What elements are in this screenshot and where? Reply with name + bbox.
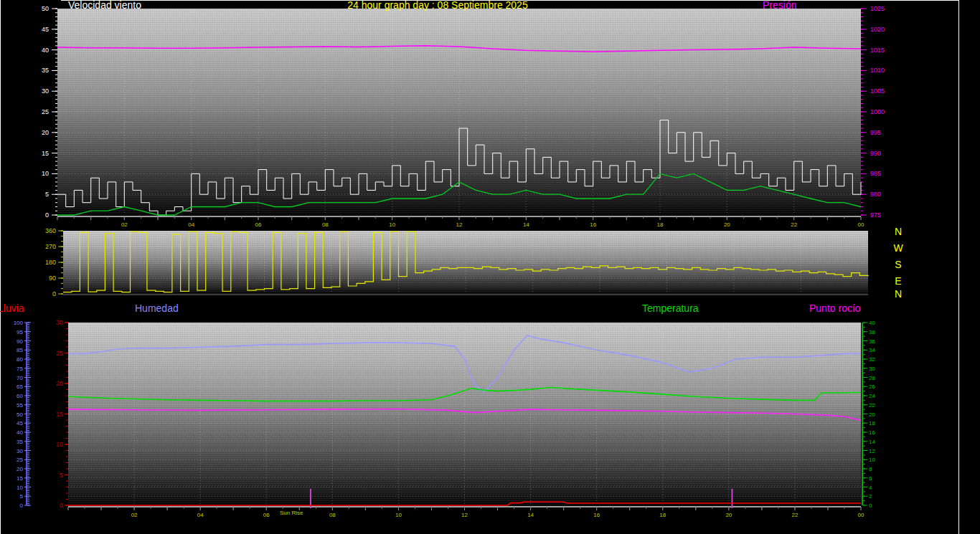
x-tick-label: 22 <box>791 221 797 228</box>
wind-direction-plot-area <box>63 231 868 294</box>
x-tick-label: 06 <box>255 221 262 228</box>
pressure-panel-title: Presión <box>763 0 796 10</box>
x-tick-label: 02 <box>121 221 128 228</box>
humidity-tick-label: 20 <box>17 466 23 472</box>
compass-label-s: S <box>892 259 905 270</box>
page-title: 24 hour graph day : 08 Septiembre 2025 <box>308 0 567 10</box>
x-tick-label: 02 <box>131 512 138 518</box>
y-tick-label: 360 <box>45 227 56 234</box>
window-border-left <box>0 0 1 534</box>
temp-humidity-plot-area <box>68 323 861 505</box>
temperature-tick-label: 4 <box>869 485 872 491</box>
y-tick-label: 270 <box>45 243 56 250</box>
y-tick-label: 25 <box>42 108 49 115</box>
compass-label-w: W <box>892 243 905 253</box>
temperature-tick-label: 2 <box>869 493 872 500</box>
temperature-tick-label: 10 <box>869 457 875 463</box>
x-tick-label: 12 <box>456 221 463 228</box>
temperature-panel-title: Temperatura <box>642 303 699 313</box>
wind-speed-plot-area <box>57 9 861 215</box>
sun-rise-label: Sun Rise <box>280 510 303 516</box>
y-tick-label: 0 <box>45 211 49 219</box>
humidity-tick-label: 40 <box>17 429 23 436</box>
y-tick-label: 1025 <box>870 5 885 12</box>
y-tick-label: 40 <box>42 47 49 54</box>
y-tick-label: 45 <box>42 26 49 33</box>
temperature-tick-label: 16 <box>869 429 875 436</box>
x-tick-label: 14 <box>527 512 534 518</box>
rain-tick-label: 25 <box>56 350 63 357</box>
rain-tick-label: 15 <box>56 411 63 418</box>
rain-tick-label: 5 <box>60 472 63 479</box>
x-tick-label: 16 <box>590 221 596 228</box>
temperature-tick-label: 26 <box>869 383 875 390</box>
x-tick-label: 04 <box>197 512 204 518</box>
humidity-tick-label: 25 <box>17 457 23 463</box>
x-tick-label: 08 <box>329 512 336 518</box>
x-tick-label: 06 <box>263 512 270 518</box>
y-tick-label: 985 <box>870 170 881 177</box>
humidity-tick-label: 30 <box>17 448 23 454</box>
temperature-tick-label: 18 <box>869 420 875 426</box>
x-tick-label: 10 <box>395 512 402 518</box>
temperature-tick-label: 28 <box>869 375 875 381</box>
humidity-panel-title: Humedad <box>135 303 179 313</box>
humidity-tick-label: 50 <box>17 411 23 418</box>
humidity-tick-label: 65 <box>17 383 23 390</box>
y-tick-label: 1000 <box>870 108 885 115</box>
x-tick-label: 04 <box>188 221 194 228</box>
x-tick-label: 18 <box>657 221 664 228</box>
y-tick-label: 990 <box>870 150 881 157</box>
window-border-right <box>958 0 959 534</box>
temperature-tick-label: 30 <box>869 366 875 372</box>
y-tick-label: 35 <box>42 67 49 74</box>
temperature-tick-label: 0 <box>869 502 872 509</box>
humidity-tick-label: 85 <box>17 347 23 353</box>
rain-panel-title: Lluvia <box>0 303 24 313</box>
y-tick-label: 30 <box>42 87 49 95</box>
rain-tick-label: 30 <box>56 319 63 326</box>
rain-tick-label: 10 <box>56 441 63 448</box>
x-tick-label: 22 <box>791 512 798 518</box>
humidity-tick-label: 75 <box>17 366 23 372</box>
humidity-tick-label: 100 <box>14 320 24 326</box>
y-tick-label: 980 <box>870 191 881 198</box>
compass-label-n360: N <box>892 227 905 237</box>
y-tick-label: 1010 <box>870 67 885 74</box>
x-tick-label: 08 <box>322 221 329 228</box>
temperature-tick-label: 14 <box>869 439 875 445</box>
y-tick-label: 50 <box>42 5 49 12</box>
humidity-tick-label: 70 <box>17 375 23 381</box>
y-tick-label: 15 <box>42 150 49 157</box>
compass-label-n0: N <box>892 289 905 299</box>
wind-speed-panel-title: Velocidad viento <box>68 0 141 10</box>
y-tick-label: 995 <box>870 129 881 136</box>
y-tick-label: 10 <box>42 170 49 177</box>
temperature-tick-label: 6 <box>869 475 872 482</box>
y-tick-label: 1015 <box>870 47 885 54</box>
y-tick-label: 1020 <box>870 26 885 33</box>
weather-24h-graph-window: Velocidad viento 24 hour graph day : 08 … <box>0 0 980 534</box>
temperature-tick-label: 40 <box>869 320 875 326</box>
humidity-tick-label: 90 <box>17 338 23 345</box>
y-tick-label: 0 <box>52 290 56 297</box>
x-tick-label: 16 <box>593 512 600 518</box>
temperature-tick-label: 32 <box>869 356 875 363</box>
dew-point-panel-title: Punto rocío <box>809 303 861 313</box>
humidity-tick-label: 10 <box>17 485 23 491</box>
humidity-tick-label: 80 <box>17 356 23 363</box>
temperature-tick-label: 24 <box>869 393 875 399</box>
temperature-tick-label: 20 <box>869 411 875 418</box>
rain-tick-label: 0 <box>60 502 63 509</box>
y-tick-label: 20 <box>42 129 49 136</box>
temperature-tick-label: 36 <box>869 338 875 345</box>
x-tick-label: 14 <box>523 221 529 228</box>
x-tick-label: 00 <box>858 221 864 228</box>
humidity-tick-label: 60 <box>17 393 23 399</box>
y-tick-label: 975 <box>870 211 881 219</box>
humidity-tick-label: 45 <box>17 420 23 426</box>
temperature-tick-label: 34 <box>869 347 875 353</box>
humidity-tick-label: 15 <box>17 475 23 482</box>
y-tick-label: 1005 <box>870 87 885 95</box>
humidity-tick-label: 0 <box>20 502 24 509</box>
